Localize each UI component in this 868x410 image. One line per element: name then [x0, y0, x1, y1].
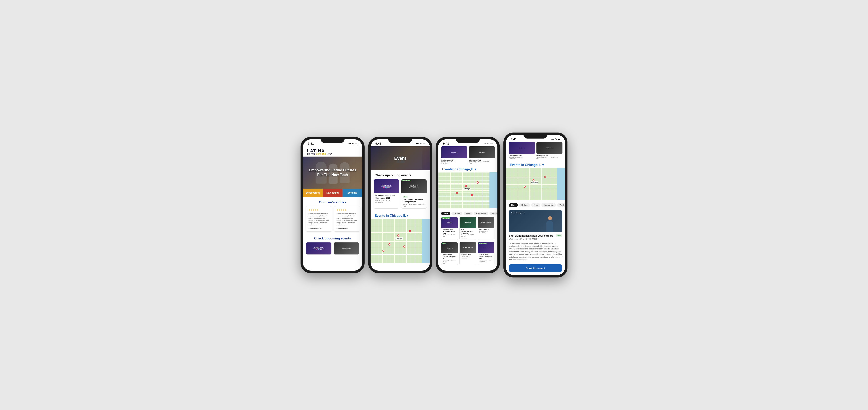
p4-top-event-1[interactable]: womentech Conference 2024 Monday | 8:00 …	[509, 142, 535, 159]
p1-pill-bonding[interactable]: Bonding	[342, 188, 362, 197]
p4-map-chicago-label: Chicago	[531, 181, 538, 183]
p3-grid-img-2: Skill Building	[460, 217, 476, 228]
p3-events-in: Events in Chicago,IL ▾	[438, 165, 497, 172]
p4-top-events: womentech Conference 2024 Monday | 8:00 …	[506, 142, 565, 161]
p3-grid-event-5[interactable]: TECH IN CULTURE Tech in Culture Tuesday,…	[459, 242, 476, 265]
p3-top-event-2[interactable]: INTRO TO AI Intelligence (AI) Wednesday,…	[469, 146, 495, 164]
p3-grid-price-5: From $0.00	[461, 258, 475, 259]
screen-content-2[interactable]: 👥 Event Check upcoming events womentech …	[371, 146, 430, 271]
p3-grid-price-1: Free	[443, 236, 457, 237]
p4-map[interactable]: Chicago	[506, 168, 565, 200]
p3-dropdown-arrow[interactable]: ▾	[475, 168, 476, 171]
p4-detail-description: "Skill Building: Navigate Your Careers" …	[509, 242, 562, 261]
phone-2: 9:41 ▪▪▪ ∿ ▬ 👥 Event Check upcoming even…	[368, 137, 432, 273]
p3-grid-event-6[interactable]: NETWORKING womentech Women in Tech Globa…	[478, 242, 494, 265]
notch-2	[388, 137, 412, 143]
time-4: 9:41	[510, 137, 517, 141]
user-stories-title: Our user's stories	[303, 197, 362, 206]
p4-filter-education[interactable]: Education	[541, 203, 556, 207]
p4-top-price-1: From $0.00	[509, 158, 535, 159]
screen-content-4[interactable]: womentech Conference 2024 Monday | 8:00 …	[506, 142, 565, 275]
p3-filter-online[interactable]: Online	[452, 212, 462, 215]
p4-filter-free[interactable]: Free	[531, 203, 540, 207]
check-upcoming-title: Check upcoming events	[303, 235, 362, 242]
battery-icon-1: ▬	[355, 142, 358, 145]
p2-event-card-1[interactable]: womentech GLOBAL CONFERENCE 2024 LG VT G…	[374, 179, 399, 209]
wifi-icon-3: ∿	[487, 142, 489, 145]
notch-1	[320, 137, 345, 143]
p3-filter-new[interactable]: New	[441, 212, 450, 215]
p3-grid-event-1[interactable]: NETWORKING womentech GLOBAL CONF 2024 Wo…	[441, 216, 458, 240]
p2-badge-free: Free	[403, 196, 408, 198]
testimonial-card-3: ★★★★★ Lorem ipsum dolor sit amet, consec…	[362, 206, 362, 232]
p1-event-cards: womentech GLOBAL CONFERENCE 2024 LG VT G…	[303, 242, 362, 258]
p3-grid-date-2: Wednesday, May 1 | 7:00 AM CDT	[461, 234, 475, 237]
time-2: 9:41	[375, 142, 381, 145]
p3-top-event-date-2: Wednesday, May 1 | 7:00 AM CDT	[469, 161, 495, 163]
p4-badge-free: Free	[556, 234, 562, 237]
p3-grid-name-2: Skill Building:Navigate your careers	[461, 229, 475, 234]
p1-nav-pills: Discovering Navigating Bonding	[303, 188, 362, 197]
event-card-womentech[interactable]: womentech GLOBAL CONFERENCE 2024 LG VT G…	[306, 242, 332, 255]
status-icons-2: ▪▪▪ ∿ ▬	[416, 142, 425, 145]
p3-top-events: womentech Conference 2024 Monday | 8:00 …	[438, 146, 497, 165]
p3-top-event-name-1: Conference 2024	[441, 159, 467, 161]
p4-filter-workforce[interactable]: Workforce	[557, 203, 565, 207]
p4-filter-online[interactable]: Online	[519, 203, 530, 207]
p2-map[interactable]: Chicago	[371, 219, 430, 263]
p3-grid-name-1: Women in Tech Global Conference 2024	[443, 229, 457, 234]
introai-logo: INTRO TO AI	[342, 247, 351, 250]
testimonial-author-1: colinandmandy94	[309, 227, 329, 229]
p3-grid-event-2[interactable]: Skill Building Skill Building:Navigate y…	[459, 216, 476, 240]
p1-hero-text: Empowering Latine Futures For The New Te…	[309, 168, 356, 177]
stars-2: ★★★★★	[337, 209, 358, 211]
p1-pill-navigating[interactable]: Navigating	[323, 188, 343, 197]
p3-filter-free[interactable]: Free	[464, 212, 473, 215]
p3-grid-date-1: Monday | 8:00 AM CDT	[443, 234, 457, 236]
p3-filter-workforce[interactable]: Workforce	[489, 212, 497, 215]
p3-map[interactable]: Chicago	[438, 172, 497, 208]
screen-content-1[interactable]: LATINX DIGITAL LEADERS NOW Empowering La…	[303, 146, 362, 271]
phone-4: 9:41 ▪▪▪ ∿ ▬ womentech Conference 2024 M…	[503, 133, 567, 277]
screen-content-3[interactable]: womentech Conference 2024 Monday | 8:00 …	[438, 146, 497, 271]
p3-grid-img-5: TECH IN CULTURE	[460, 242, 476, 253]
testimonial-card-1: ★★★★★ Lorem ipsum dolor sit amet, consec…	[306, 206, 332, 232]
screen-1: 9:41 ▪▪▪ ∿ ▬ LATINX DIGITAL LEADERS NOW	[303, 139, 362, 271]
p2-city: Chicago,IL	[390, 214, 406, 217]
p3-grid-name-3: Tech in Culture	[479, 229, 493, 230]
p2-event-card-2[interactable]: FREE WORKSHOP INTRO TO AI Introduction t…	[401, 179, 427, 209]
wifi-icon-2: ∿	[420, 142, 422, 145]
status-icons-3: ▪▪▪ ∿ ▬	[484, 142, 493, 145]
p4-top-date-1: Monday | 8:00 AM CDT	[509, 156, 535, 158]
womentech-logo: womentech GLOBAL CONFERENCE 2024 LG VT G…	[313, 246, 325, 251]
p4-top-date-2: Wednesday, May 1 | 7:00 AM CDT	[536, 156, 562, 158]
p4-dropdown-arrow[interactable]: ▾	[542, 163, 544, 167]
p4-detail-header: Skill Building:Navigate your careers Fre…	[509, 234, 562, 237]
p4-events-in: Events in Chicago,IL ▾	[506, 161, 565, 168]
p1-pill-discovering[interactable]: Discovering	[303, 188, 323, 197]
p4-top-event-2[interactable]: INTRO TO AI Intelligence (AI) Wednesday,…	[536, 142, 562, 159]
event-card-introai[interactable]: FREE WORKSHOP INTRO TO AI	[334, 242, 359, 255]
p3-grid-price-6: From $0.00	[479, 261, 493, 263]
event-img-womentech: womentech GLOBAL CONFERENCE 2024 LG VT G…	[306, 242, 331, 255]
p1-testimonials: ★★★★★ Lorem ipsum dolor sit amet, consec…	[303, 206, 362, 235]
p3-grid-event-3[interactable]: TECH IN CULTURE Tech in Culture Tuesday,…	[478, 216, 494, 240]
map-water	[422, 219, 430, 263]
battery-icon-4: ▬	[558, 138, 560, 141]
p2-hero: 👥 Event	[371, 146, 430, 170]
p4-book-button[interactable]: Book this event	[509, 264, 562, 272]
p4-filter-new[interactable]: New	[509, 203, 518, 207]
events-in-label-4: Events in	[510, 163, 524, 167]
p3-top-event-1[interactable]: womentech Conference 2024 Monday | 8:00 …	[441, 146, 467, 164]
p3-top-event-price-2: Free	[469, 163, 495, 164]
notch-4	[523, 133, 548, 139]
p4-city: Chicago,IL	[525, 163, 541, 167]
phone-3: 9:41 ▪▪▪ ∿ ▬ womentech Co	[436, 137, 500, 273]
p3-grid-img-3: TECH IN CULTURE	[478, 217, 494, 228]
p2-dropdown-arrow[interactable]: ▾	[407, 214, 408, 217]
p3-top-event-img-1: womentech	[441, 146, 467, 158]
p2-event-info-2: Free Introduction to Artificial Intellig…	[401, 194, 427, 208]
p3-grid-img-4: FREE INTRO TO AI	[441, 242, 458, 253]
p3-filter-education[interactable]: Education	[474, 212, 488, 215]
p3-grid-event-4[interactable]: FREE INTRO TO AI Introduction to Artific…	[441, 242, 458, 265]
